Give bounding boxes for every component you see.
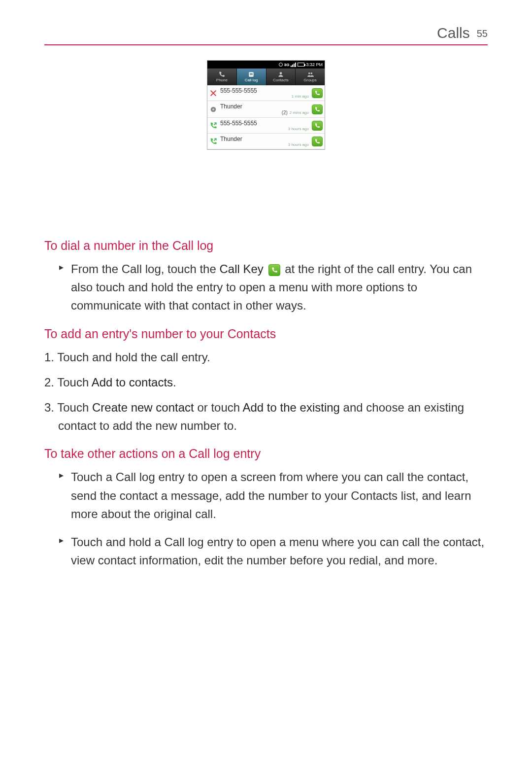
tab-call-log[interactable]: Call log [237,69,266,85]
tab-label: Phone [216,78,228,82]
tab-label: Call log [245,78,258,82]
call-entry-name: 555-555-5555 [220,87,309,94]
svg-rect-2 [250,74,253,75]
page-header: Calls 55 [44,25,488,45]
svg-point-4 [308,72,310,74]
call-entry-name: Thunder [220,103,309,110]
svg-point-5 [310,72,312,74]
tab-label: Contacts [273,78,289,82]
tab-label: Groups [304,78,317,82]
tab-groups[interactable]: Groups [296,69,325,85]
call-entry-time: 3 hours ago [288,142,309,147]
call-log-list: 555-555-5555 1 min ago Thunder (2)2 mins… [207,85,325,149]
heading-other-actions: To take other actions on a Call log entr… [44,447,488,461]
call-key-button[interactable] [312,88,323,98]
status-bar: 3G 3:32 PM [207,61,325,69]
contacts-icon [277,71,284,77]
step-2: 2. Touch Add to contacts. [44,373,488,391]
bold-call-key: Call Key [219,262,263,276]
bold-add-existing: Add to the existing [242,401,339,414]
call-key-button[interactable] [312,104,323,114]
section-name: Calls [437,25,470,41]
instruction-text: Touch a Call log entry to open a screen … [44,468,488,523]
signal-icon [291,63,296,67]
tab-phone[interactable]: Phone [207,69,237,85]
status-time: 3:32 PM [306,62,323,67]
battery-icon [298,63,304,67]
call-entry-name: 555-555-5555 [220,120,309,127]
call-key-button[interactable] [312,121,323,131]
svg-point-7 [212,108,214,110]
bold-add-to-contacts: Add to contacts [92,376,173,389]
phone-tabs: Phone Call log Contacts Groups [207,69,325,85]
groups-icon [307,71,314,77]
phone-icon [218,71,225,77]
call-log-row[interactable]: Thunder (2)2 mins ago [207,101,325,118]
list-icon [248,71,255,77]
manual-page: Calls 55 3G 3:32 PM Phone Call log Conta… [0,0,532,569]
phone-screenshot: 3G 3:32 PM Phone Call log Contacts Group… [207,60,325,150]
tab-contacts[interactable]: Contacts [266,69,296,85]
page-number: 55 [477,28,488,39]
call-entry-time: 3 hours ago [288,127,309,131]
call-log-row[interactable]: Thunder 3 hours ago [207,134,325,149]
svg-point-3 [280,72,282,74]
heading-dial-number: To dial a number in the Call log [44,239,488,253]
call-key-icon [268,264,280,276]
bold-create-new: Create new contact [92,401,194,414]
outgoing-call-icon [209,138,217,145]
3g-icon: 3G [284,63,290,67]
call-entry-name: Thunder [220,136,309,142]
step-1: 1. Touch and hold the call entry. [44,348,488,366]
call-entry-time: 2 mins ago [290,110,309,115]
call-entry-time: 1 min ago [292,94,309,99]
call-count: (2) [282,110,288,115]
sync-icon [279,63,283,67]
svg-rect-1 [250,73,253,74]
step-3: 3. Touch Create new contact or touch Add… [44,398,488,435]
call-log-row[interactable]: 555-555-5555 3 hours ago [207,118,325,134]
heading-add-contact: To add an entry's number to your Contact… [44,327,488,341]
missed-call-icon [209,89,217,97]
instruction-text: Touch and hold a Call log entry to open … [44,533,488,569]
call-log-row[interactable]: 555-555-5555 1 min ago [207,85,325,101]
instruction-text: From the Call log, touch the Call Key at… [44,260,488,315]
outgoing-call-icon [209,122,217,130]
call-key-button[interactable] [312,137,323,146]
voicemail-icon [209,105,217,113]
